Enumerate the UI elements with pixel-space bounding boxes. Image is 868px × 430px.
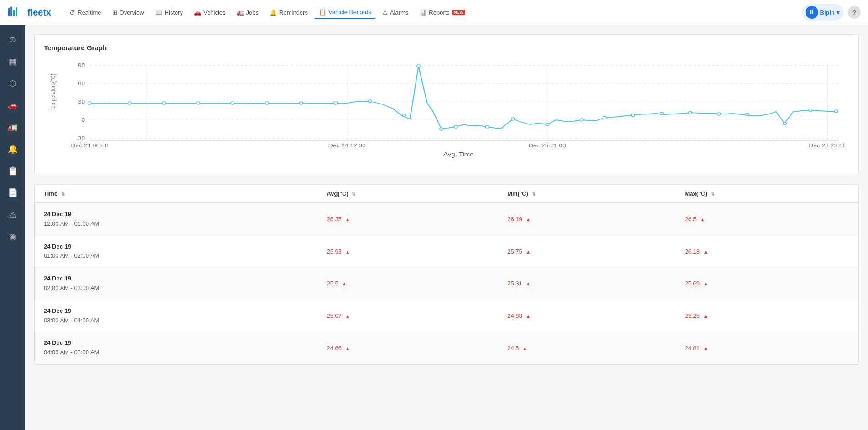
svg-text:-30: -30 [76, 135, 85, 141]
nav-item-vehicles[interactable]: 🚗 Vehicles [189, 6, 230, 19]
analytics-icon: ▦ [9, 57, 16, 67]
nav-item-alarms[interactable]: ⚠ Alarms [378, 6, 413, 19]
sort-icon-time: ⇅ [61, 192, 65, 197]
up-arrow-avg-1: ▲ [345, 249, 350, 254]
up-arrow-min-1: ▲ [525, 249, 530, 254]
up-arrow-max-4: ▲ [703, 346, 708, 351]
svg-point-31 [440, 128, 443, 130]
svg-point-40 [689, 111, 692, 114]
sidebar-item-alerts[interactable]: 🔔 [3, 139, 23, 159]
sidebar-item-records[interactable]: 📋 [3, 161, 23, 181]
svg-text:Dec 25 23:00: Dec 25 23:00 [809, 143, 845, 148]
sidebar-item-trucks[interactable]: 🚛 [3, 117, 23, 137]
clipboard-icon: 📋 [8, 166, 18, 176]
nav-label-realtime: Realtime [78, 9, 101, 16]
brand-name: fleetx [27, 7, 51, 18]
question-mark-icon: ? [852, 9, 856, 16]
nav-label-overview: Overview [120, 9, 144, 16]
svg-point-21 [128, 102, 131, 104]
help-button[interactable]: ? [848, 6, 861, 19]
up-arrow-min-4: ▲ [522, 346, 527, 351]
sensor-icon: ◉ [9, 232, 16, 242]
svg-point-36 [580, 119, 583, 121]
sidebar-item-docs[interactable]: 📄 [3, 183, 23, 203]
svg-point-39 [660, 112, 664, 115]
nav-item-reports[interactable]: 📊 ReportsNEW [415, 6, 470, 19]
cell-time-1: 24 Dec 19 01:00 AM - 02:00 AM [35, 235, 317, 268]
chart-container: 90 60 30 0 -30 Temperature(°C) [44, 56, 845, 166]
svg-text:90: 90 [78, 62, 85, 68]
cell-max-1: 26.13 ▲ [676, 235, 858, 268]
temperature-chart-card: Temperature Graph 90 60 30 0 -30 Tempera… [34, 34, 859, 175]
cell-avg-3: 25.07 ▲ [317, 300, 498, 332]
up-arrow-max-2: ▲ [703, 281, 708, 286]
col-min-label: Min(°C) [507, 190, 528, 197]
cell-time-3: 24 Dec 19 03:00 AM - 04:00 AM [35, 300, 317, 332]
cell-min-4: 24.5 ▲ [498, 332, 676, 364]
nav-label-vehicle-records: Vehicle Records [328, 9, 371, 16]
nav-label-history: History [165, 9, 183, 16]
cell-max-2: 25.69 ▲ [676, 268, 858, 300]
up-arrow-avg-4: ▲ [345, 346, 350, 351]
nav-icon-overview: ⊞ [112, 9, 117, 16]
nav-item-vehicle-records[interactable]: 📋 Vehicle Records [314, 6, 376, 19]
svg-text:0: 0 [82, 117, 85, 123]
temperature-table-card: Time ⇅ Avg(°C) ⇅ Min(°C) ⇅ Max(°C) ⇅ [34, 184, 859, 365]
svg-rect-3 [16, 7, 17, 16]
cell-avg-2: 25.5 ▲ [317, 268, 498, 300]
col-min[interactable]: Min(°C) ⇅ [498, 185, 676, 203]
svg-point-23 [197, 102, 200, 104]
svg-point-43 [783, 122, 787, 125]
sort-icon-avg: ⇅ [352, 192, 355, 197]
svg-text:Avg. Time: Avg. Time [443, 151, 474, 157]
nav-icon-history: 📖 [155, 9, 162, 16]
brand-logo[interactable]: fleetx [7, 4, 51, 21]
col-time[interactable]: Time ⇅ [35, 185, 317, 203]
nav-item-reminders[interactable]: 🔔 Reminders [265, 6, 312, 19]
svg-text:30: 30 [78, 99, 85, 104]
svg-rect-0 [8, 8, 10, 16]
bell-icon: 🔔 [8, 144, 18, 154]
svg-point-34 [511, 118, 515, 120]
sidebar-item-vehicles[interactable]: 🚗 [3, 95, 23, 115]
up-arrow-avg-3: ▲ [345, 313, 350, 319]
svg-point-20 [88, 102, 92, 104]
user-menu-button[interactable]: B Bipin ▾ [802, 4, 844, 21]
table-row: 24 Dec 19 01:00 AM - 02:00 AM 25.93 ▲ 25… [35, 235, 858, 268]
svg-point-25 [265, 102, 269, 104]
nav-item-realtime[interactable]: ⏱ Realtime [65, 6, 105, 19]
svg-point-30 [417, 65, 421, 67]
col-avg[interactable]: Avg(°C) ⇅ [317, 185, 498, 203]
cell-time-0: 24 Dec 19 12:00 AM - 01:00 AM [35, 203, 317, 235]
chart-title: Temperature Graph [44, 44, 845, 52]
document-icon: 📄 [8, 188, 18, 198]
temperature-graph-svg: 90 60 30 0 -30 Temperature(°C) [44, 56, 845, 166]
nav-item-history[interactable]: 📖 History [151, 6, 187, 19]
sidebar-item-warning[interactable]: ⚠ [3, 205, 23, 225]
sidebar-item-sensor[interactable]: ◉ [3, 227, 23, 247]
svg-text:Dec 24 00:00: Dec 24 00:00 [71, 143, 108, 148]
sidebar-item-map[interactable]: ⬡ [3, 73, 23, 93]
cell-min-1: 25.75 ▲ [498, 235, 676, 268]
sidebar: ⊙ ▦ ⬡ 🚗 🚛 🔔 📋 📄 ⚠ ◉ [0, 25, 25, 430]
main-content: Temperature Graph 90 60 30 0 -30 Tempera… [25, 25, 868, 430]
col-max[interactable]: Max(°C) ⇅ [676, 185, 858, 203]
nav-badge-reports: NEW [452, 10, 465, 15]
chevron-down-icon: ▾ [837, 9, 840, 16]
svg-point-41 [717, 113, 721, 115]
table-row: 24 Dec 19 04:00 AM - 05:00 AM 24.66 ▲ 24… [35, 332, 858, 364]
svg-point-26 [300, 102, 303, 104]
nav-item-jobs[interactable]: 🚛 Jobs [232, 6, 263, 19]
svg-point-42 [746, 113, 749, 116]
svg-text:Temperature(°C): Temperature(°C) [50, 74, 57, 111]
cell-min-3: 24.88 ▲ [498, 300, 676, 332]
sidebar-item-analytics[interactable]: ▦ [3, 52, 23, 72]
temperature-data-table: Time ⇅ Avg(°C) ⇅ Min(°C) ⇅ Max(°C) ⇅ [35, 185, 858, 364]
svg-rect-2 [13, 10, 15, 16]
up-arrow-min-3: ▲ [525, 313, 530, 319]
svg-text:Dec 25 01:00: Dec 25 01:00 [529, 143, 566, 148]
svg-point-44 [809, 109, 812, 112]
sidebar-item-dashboard[interactable]: ⊙ [3, 30, 23, 50]
nav-item-overview[interactable]: ⊞ Overview [108, 6, 149, 19]
cell-avg-0: 26.35 ▲ [317, 203, 498, 235]
